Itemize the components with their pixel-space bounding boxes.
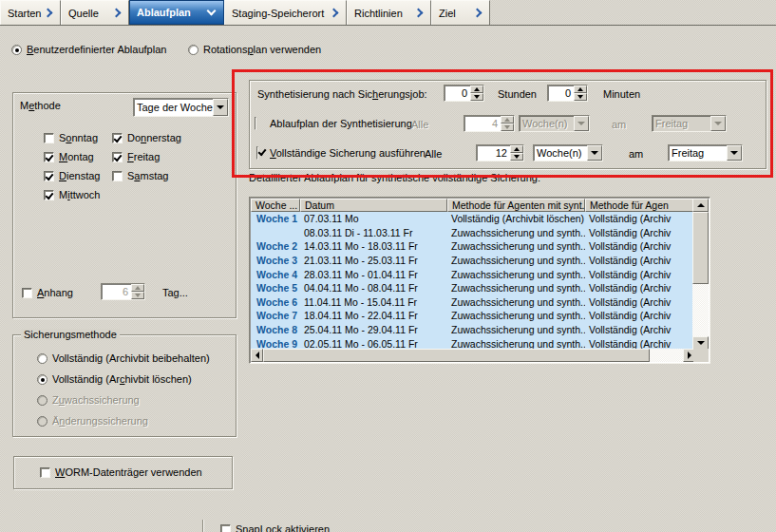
cell-method-agent: Vollständig (Archiv: [585, 310, 694, 321]
spin-down-icon[interactable]: [574, 93, 587, 101]
table-row[interactable]: Woche 8 25.04.11 Mo - 29.04.11 Fr Zuwach…: [251, 323, 694, 337]
radio-icon: [37, 353, 47, 364]
cell-method-synth: Zuwachssicherung und synth...: [447, 269, 585, 280]
checkbox-dienstag[interactable]: Dienstag: [44, 170, 100, 181]
sicherungsmethode-group: Sicherungsmethode Vollständig (Archivbit…: [12, 334, 237, 437]
table-row[interactable]: Woche 1 07.03.11 Mo Vollständig (Archivb…: [251, 212, 694, 226]
header-woche[interactable]: Woche ...: [251, 199, 300, 212]
tab-label: Richtlinien: [354, 8, 403, 19]
radio-vollstaendig-loeschen[interactable]: Vollständig (Archivbit löschen): [37, 373, 192, 385]
dropdown-value: Woche(n): [534, 145, 587, 161]
cell-method-agent: Vollständig (Archiv: [585, 213, 694, 224]
table-row[interactable]: Woche 3 21.03.11 Mo - 25.03.11 Fr Zuwach…: [251, 254, 694, 268]
full-backup-label[interactable]: Vollständige Sicherung ausführen: [270, 147, 426, 159]
checkbox-freitag[interactable]: Freitag: [112, 151, 160, 162]
cell-date: 08.03.11 Di - 11.03.11 Fr: [300, 227, 447, 238]
spin-up-icon[interactable]: [574, 86, 587, 93]
radio-label: Zuwachssicherung: [52, 394, 140, 406]
checkbox-snaplock[interactable]: SnapLock aktivieren: [220, 523, 330, 532]
checkbox-montag[interactable]: Montag: [44, 151, 94, 162]
vertical-scrollbar[interactable]: [692, 199, 709, 350]
table-row[interactable]: 08.03.11 Di - 11.03.11 Fr Zuwachssicheru…: [251, 226, 694, 240]
methode-label: Methode: [20, 100, 61, 111]
checkbox-worm[interactable]: WORM-Datenträger verwenden: [40, 466, 202, 478]
header-datum[interactable]: Datum: [300, 199, 447, 212]
tab-richtlinien[interactable]: Richtlinien: [347, 0, 431, 25]
table-row[interactable]: Woche 2 14.03.11 Mo - 18.03.11 Fr Zuwach…: [251, 239, 694, 254]
scroll-left-icon[interactable]: [251, 349, 263, 362]
chevron-right-icon: [44, 9, 53, 18]
full-backup-unit-dropdown[interactable]: Woche(n): [533, 144, 603, 162]
checkbox-icon: [112, 152, 123, 162]
table-header: Woche ... Datum Methode für Agenten mit …: [251, 199, 694, 212]
anhang-value: 6: [102, 284, 131, 299]
radio-icon: [37, 395, 47, 406]
cell-method-synth: Zuwachssicherung und synth...: [447, 227, 585, 238]
checkbox-donnerstag[interactable]: Donnerstag: [112, 132, 181, 143]
tab-quelle[interactable]: Quelle: [61, 0, 129, 25]
table-row[interactable]: Woche 4 28.03.11 Mo - 01.04.11 Fr Zuwach…: [251, 267, 694, 281]
tab-label: Ziel: [439, 8, 456, 19]
hours-stepper[interactable]: 0: [444, 85, 484, 102]
full-backup-checkbox[interactable]: [256, 146, 258, 160]
full-backup-interval-stepper[interactable]: 12: [476, 144, 524, 162]
cell-method-synth: Zuwachssicherung und synth...: [447, 296, 585, 308]
horizontal-scrollbar[interactable]: [251, 349, 695, 362]
chevron-down-icon: [710, 116, 726, 131]
day-label: Freitag: [127, 151, 160, 162]
checkbox-icon: [112, 171, 123, 181]
spin-up-icon[interactable]: [470, 86, 483, 93]
vertical-scrollbar-thumb[interactable]: [692, 212, 709, 284]
radio-benutzerdefinierter-ablaufplan[interactable]: Benutzerdefinierter Ablaufplan: [11, 44, 166, 55]
synthesis-schedule-label[interactable]: Ablaufplan der Synthetisierung: [270, 118, 412, 129]
checkbox-samstag[interactable]: Samstag: [112, 170, 168, 181]
checkbox-anhang[interactable]: Anhang: [22, 287, 73, 298]
chevron-right-icon: [330, 9, 339, 18]
cell-date: 28.03.11 Mo - 01.04.11 Fr: [300, 269, 447, 280]
chevron-down-icon[interactable]: [727, 145, 742, 161]
spin-up-icon[interactable]: [510, 145, 523, 153]
cell-method-synth: Zuwachssicherung und synth...: [447, 255, 585, 266]
spin-down-icon[interactable]: [470, 93, 483, 101]
chevron-right-icon: [473, 9, 483, 18]
scroll-up-icon[interactable]: [692, 199, 709, 212]
checkbox-mittwoch[interactable]: Mittwoch: [44, 189, 100, 200]
tab-ziel[interactable]: Ziel: [431, 0, 490, 25]
full-backup-day-dropdown[interactable]: Freitag: [668, 144, 743, 162]
tab-starten[interactable]: Starten: [0, 0, 61, 25]
radio-zuwachssicherung: Zuwachssicherung: [37, 394, 140, 406]
radio-icon: [188, 45, 199, 55]
am-label: am: [629, 148, 643, 160]
cell-method-agent: Vollständig (Archiv: [585, 282, 694, 294]
cell-date: 21.03.11 Mo - 25.03.11 Fr: [300, 255, 447, 266]
radio-vollstaendig-beibehalten[interactable]: Vollständig (Archivbit beibehalten): [37, 352, 210, 364]
dropdown-value: Woche(n): [520, 116, 574, 131]
day-label: Samstag: [127, 170, 168, 181]
synthesis-schedule-checkbox[interactable]: [255, 117, 256, 130]
header-methode-synth[interactable]: Methode für Agenten mit synt...: [447, 199, 585, 212]
checkbox-sonntag[interactable]: Sonntag: [44, 132, 98, 143]
radio-label: Benutzerdefinierter Ablaufplan: [27, 44, 166, 55]
tab-staging-speicherort[interactable]: Staging-Speicherort: [224, 0, 347, 25]
table-row[interactable]: Woche 6 11.04.11 Mo - 15.04.11 Fr Zuwach…: [251, 295, 694, 310]
checkbox-icon: [22, 288, 32, 298]
methode-dropdown[interactable]: Tage der Woche: [133, 98, 229, 117]
chevron-down-icon[interactable]: [213, 99, 228, 116]
interval-value: 4: [464, 116, 501, 131]
radio-rotationsplan-verwenden[interactable]: Rotationsplan verwenden: [188, 44, 321, 55]
radio-icon: [37, 374, 47, 385]
spin-down-icon[interactable]: [510, 153, 523, 161]
table-row[interactable]: Woche 7 18.04.11 Mo - 22.04.11 Fr Zuwach…: [251, 309, 694, 323]
table-row[interactable]: Woche 5 04.04.11 Mo - 08.04.11 Fr Zuwach…: [251, 281, 694, 295]
header-methode-agent[interactable]: Methode für Agen: [585, 199, 694, 212]
scroll-down-icon[interactable]: [692, 336, 709, 350]
chevron-down-icon[interactable]: [587, 145, 602, 161]
horizontal-scrollbar-thumb[interactable]: [263, 349, 650, 362]
cell-date: 25.04.11 Mo - 29.04.11 Fr: [300, 324, 447, 335]
tab-ablaufplan[interactable]: Ablaufplan: [129, 0, 224, 25]
anhang-day-stepper: 6: [101, 283, 145, 300]
synthesis-interval-stepper: 4: [464, 115, 515, 132]
chevron-right-icon: [414, 9, 424, 18]
cell-method-agent: Vollständig (Archiv: [585, 255, 694, 266]
minutes-stepper[interactable]: 0: [547, 85, 588, 102]
